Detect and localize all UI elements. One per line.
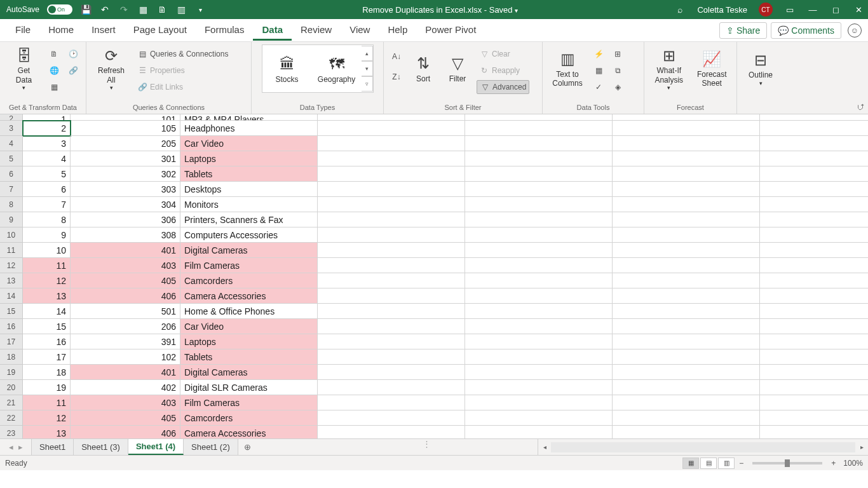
zoom-slider[interactable]	[752, 462, 822, 464]
cell[interactable]: Camcorders	[180, 273, 318, 288]
saved-status[interactable]: Saved	[489, 5, 513, 15]
cell[interactable]: 402	[71, 380, 180, 395]
row-header[interactable]: 5	[0, 151, 23, 166]
sort-button[interactable]: ⇅ Sort	[408, 44, 438, 93]
cell[interactable]	[318, 395, 465, 410]
cell[interactable]	[318, 334, 465, 349]
tab-page-layout[interactable]: Page Layout	[125, 20, 196, 41]
get-data-button[interactable]: 🗄 Get Data ▾	[5, 44, 43, 93]
tab-insert[interactable]: Insert	[83, 20, 125, 41]
horizontal-scrollbar[interactable]: ◂ ▸	[538, 439, 868, 455]
cell[interactable]: Digital Cameras	[180, 243, 318, 258]
cell[interactable]	[760, 319, 868, 334]
share-button[interactable]: ⇪ Share	[719, 22, 767, 39]
cell[interactable]	[318, 304, 465, 319]
cell[interactable]	[465, 304, 613, 319]
stocks-button[interactable]: 🏛 Stocks	[262, 53, 312, 84]
cell[interactable]: Camcorders	[180, 410, 318, 426]
cell[interactable]	[613, 212, 760, 227]
gallery-more-icon[interactable]: ▿	[362, 76, 373, 92]
cell[interactable]	[613, 166, 760, 182]
user-name[interactable]: Coletta Teske	[697, 5, 747, 15]
cell[interactable]	[613, 258, 760, 273]
cell[interactable]: 401	[71, 365, 180, 380]
cell[interactable]	[613, 349, 760, 365]
cell[interactable]: 105	[71, 121, 180, 136]
add-sheet-button[interactable]: ⊕	[238, 439, 257, 455]
cell[interactable]: 3	[23, 136, 71, 151]
page-break-view-button[interactable]: ▥	[718, 458, 735, 469]
data-model-button[interactable]: ◈	[610, 80, 625, 94]
cell[interactable]	[465, 151, 613, 166]
cell[interactable]: Computers Accessories	[180, 227, 318, 243]
cell[interactable]: 10	[23, 243, 71, 258]
cell[interactable]	[613, 365, 760, 380]
cell[interactable]: Tablets	[180, 166, 318, 182]
cell[interactable]	[318, 197, 465, 212]
row-header[interactable]: 17	[0, 334, 23, 349]
cell[interactable]	[465, 319, 613, 334]
cell[interactable]	[613, 395, 760, 410]
cell[interactable]	[760, 410, 868, 426]
cell[interactable]: MP3 & MP4 Players	[180, 114, 318, 121]
user-avatar[interactable]: CT	[759, 3, 773, 17]
row-header[interactable]: 23	[0, 426, 23, 438]
cell[interactable]: 301	[71, 151, 180, 166]
cell[interactable]: 11	[23, 395, 71, 410]
qat-dropdown-icon[interactable]: ▾	[194, 4, 206, 15]
cell[interactable]: 16	[23, 334, 71, 349]
feedback-icon[interactable]: ☺	[848, 24, 862, 37]
cell[interactable]: 13	[23, 426, 71, 438]
cell[interactable]	[760, 151, 868, 166]
redo-icon[interactable]: ↷	[118, 4, 130, 15]
row-header[interactable]: 18	[0, 349, 23, 365]
sort-az-button[interactable]: A↓	[389, 50, 404, 64]
cell[interactable]	[760, 349, 868, 365]
cell[interactable]	[613, 227, 760, 243]
cell[interactable]: 303	[71, 182, 180, 197]
cell[interactable]: 4	[23, 151, 71, 166]
cell[interactable]	[760, 212, 868, 227]
qat-icon-3[interactable]: ▥	[175, 4, 187, 15]
cell[interactable]	[760, 258, 868, 273]
flash-fill-button[interactable]: ⚡	[591, 47, 606, 61]
cell[interactable]: 401	[71, 243, 180, 258]
cell[interactable]	[613, 380, 760, 395]
tab-help[interactable]: Help	[379, 20, 416, 41]
cell[interactable]	[760, 304, 868, 319]
cell[interactable]	[318, 227, 465, 243]
cell[interactable]	[613, 426, 760, 438]
sheet-prev-icon[interactable]: ◂	[9, 442, 13, 452]
zoom-in-button[interactable]: +	[831, 459, 836, 468]
cell[interactable]	[760, 273, 868, 288]
cell[interactable]	[465, 258, 613, 273]
edit-links-button[interactable]: 🔗Edit Links	[135, 80, 231, 94]
cell[interactable]	[465, 380, 613, 395]
cell[interactable]	[613, 182, 760, 197]
cell[interactable]: Headphones	[180, 121, 318, 136]
cell[interactable]	[465, 182, 613, 197]
cell[interactable]: 306	[71, 212, 180, 227]
row-header[interactable]: 15	[0, 304, 23, 319]
sheet-tab[interactable]: Sheet1 (2)	[184, 439, 238, 455]
cell[interactable]	[465, 273, 613, 288]
minimize-icon[interactable]: —	[807, 4, 818, 15]
data-validation-button[interactable]: ✓	[591, 80, 606, 94]
cell[interactable]	[760, 114, 868, 121]
cell[interactable]: 9	[23, 227, 71, 243]
cell[interactable]: 406	[71, 426, 180, 438]
cell[interactable]	[613, 288, 760, 304]
row-header[interactable]: 10	[0, 227, 23, 243]
cell[interactable]	[613, 151, 760, 166]
cell[interactable]	[613, 197, 760, 212]
cell[interactable]: 206	[71, 319, 180, 334]
cell[interactable]	[318, 136, 465, 151]
cell[interactable]	[318, 166, 465, 182]
cell[interactable]	[760, 365, 868, 380]
cell[interactable]	[465, 288, 613, 304]
row-header[interactable]: 7	[0, 182, 23, 197]
row-header[interactable]: 13	[0, 273, 23, 288]
collapse-ribbon-icon[interactable]: ⮍	[857, 102, 864, 111]
cell[interactable]: 13	[23, 288, 71, 304]
gallery-up-icon[interactable]: ▴	[362, 46, 373, 61]
